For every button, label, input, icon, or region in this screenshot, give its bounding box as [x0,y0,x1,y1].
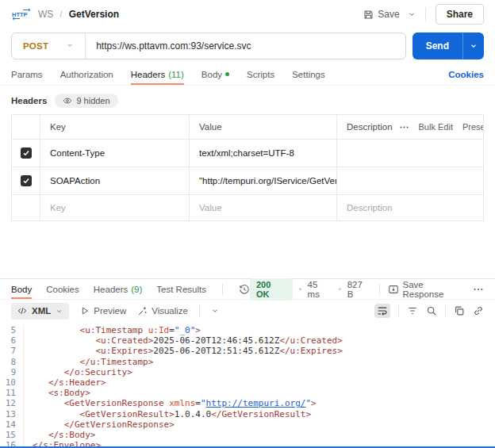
tab-scripts[interactable]: Scripts [247,63,274,85]
breadcrumb-separator: / [59,9,62,20]
url-input[interactable]: https://ws.pttavm.com:93/service.svc [86,40,261,52]
dot-separator [339,288,341,290]
code-line: 14 </GetVersionResponse> [0,419,495,430]
header-value-cell[interactable]: text/xml;charset=UTF-8 [190,140,337,167]
xml-token: </GetVersionResult> [211,409,311,419]
response-tab-cookies[interactable]: Cookies [46,279,79,299]
divider [445,305,446,316]
response-toolbar: XML Preview Visualize [0,300,495,322]
response-tab-body[interactable]: Body [11,279,32,299]
response-tab-headers[interactable]: Headers (9) [94,279,143,299]
code-text: <u:Timestamp u:Id="_0"> [24,325,201,335]
toolbar-chevron-icon[interactable] [211,307,219,315]
save-options-chevron-icon[interactable] [408,10,416,18]
header-description-cell[interactable] [337,140,483,167]
tab-settings[interactable]: Settings [292,63,325,85]
code-text: </o:Security> [24,367,132,377]
response-body-code[interactable]: 5 <u:Timestamp u:Id="_0">6 <u:Created>20… [0,322,495,448]
tab-authorization[interactable]: Authorization [60,63,113,85]
divider [398,305,399,316]
search-icon[interactable] [426,305,437,316]
empty-checkbox-cell [12,195,40,220]
value-input-placeholder[interactable]: Value [190,195,337,220]
code-text: </u:Timestamp> [24,357,153,367]
presets-button[interactable]: Presets [462,122,483,132]
bulk-edit-button[interactable]: Bulk Edit [419,122,453,132]
xml-token: "_0" [175,325,196,335]
headers-count: (11) [168,70,184,79]
xml-token: u:Id [148,325,170,335]
response-more-options-icon[interactable] [473,284,484,295]
cookies-link[interactable]: Cookies [448,70,484,79]
xml-token: xmlns [169,398,195,408]
request-tabs-bar: Params Authorization Headers (11) Body S… [0,63,495,86]
code-line: 5 <u:Timestamp u:Id="_0"> [0,325,495,335]
line-number: 14 [0,419,24,430]
line-number: 6 [0,335,24,346]
share-button[interactable]: Share [436,4,484,25]
code-text: <u:Created>2025-06-20T12:46:45.612Z</u:C… [24,335,343,346]
breadcrumb-collection[interactable]: WS [38,9,53,20]
line-number: 10 [0,377,24,388]
headers-meta-row: Headers 9 hidden [0,86,495,114]
response-tab-test-results[interactable]: Test Results [156,279,206,299]
description-input-placeholder[interactable]: Description [337,195,483,220]
header-key-cell[interactable]: Content-Type [40,140,190,167]
xml-token: " [201,398,206,408]
header-key-cell[interactable]: SOAPAction [40,167,190,194]
response-format-selector[interactable]: XML [11,303,69,320]
code-line: 12 <GetVersionResponse xmlns="http://tem… [0,398,495,408]
method-selector[interactable]: POST [12,41,85,51]
key-input-placeholder[interactable]: Key [40,195,190,220]
body-modified-dot [225,72,229,76]
line-number: 15 [0,430,24,440]
header-value-cell[interactable]: "http://tempuri.org/IService/GetVersion" [190,167,337,194]
select-all-cell [12,115,40,139]
send-options-chevron-icon[interactable] [462,33,484,59]
xml-link[interactable]: http://tempuri.org/ [206,398,306,408]
visualize-button[interactable]: Visualize [137,306,188,316]
xml-token: = [169,325,175,335]
row-checkbox[interactable] [21,147,32,159]
hidden-headers-toggle[interactable]: 9 hidden [55,94,117,108]
spacer [0,221,495,278]
xml-token: <GetVersionResult> [80,409,175,419]
eye-icon [63,96,72,105]
filter-icon[interactable] [407,305,418,316]
code-line: 6 <u:Created>2025-06-20T12:46:45.612Z</u… [0,335,495,346]
response-size[interactable]: 827 B [347,280,371,299]
dot-separator [299,288,301,290]
code-icon [17,306,27,316]
save-response-button[interactable]: Save Response [388,280,466,299]
code-line: 15 </s:Body> [0,430,495,440]
divider [379,284,380,295]
preview-button[interactable]: Preview [80,306,126,316]
header-description-cell[interactable] [337,167,483,194]
svg-text:HTTP: HTTP [12,11,28,18]
line-number: 9 [0,367,24,377]
xml-token: 2025-06-20T12:46:45.612Z [153,335,279,346]
tab-body[interactable]: Body [201,63,229,85]
xml-token: </s:Body> [48,430,96,440]
wrap-text-icon[interactable] [374,304,390,318]
send-button[interactable]: Send [412,33,484,59]
response-time[interactable]: 45 ms [308,280,332,299]
row-checkbox[interactable] [21,175,32,186]
top-bar: HTTP WS / GetVersion Save S [0,0,495,29]
xml-token: > [311,398,317,408]
xml-token: <s:Body> [48,388,90,398]
status-badge[interactable]: 200 OK [250,278,293,301]
response-history-icon[interactable] [239,284,250,295]
more-options-icon[interactable] [399,122,409,132]
tab-params[interactable]: Params [11,63,43,85]
code-text: </s:Body> [24,430,95,440]
copy-icon[interactable] [454,305,465,316]
response-headers-count: (9) [131,285,142,294]
method-label: POST [23,41,48,51]
tab-headers[interactable]: Headers (11) [131,63,184,85]
link-icon[interactable] [473,305,484,316]
format-chevron-icon [56,308,63,315]
line-number: 8 [0,357,24,367]
save-button[interactable]: Save [363,9,399,20]
breadcrumb-request-name[interactable]: GetVersion [69,9,119,20]
